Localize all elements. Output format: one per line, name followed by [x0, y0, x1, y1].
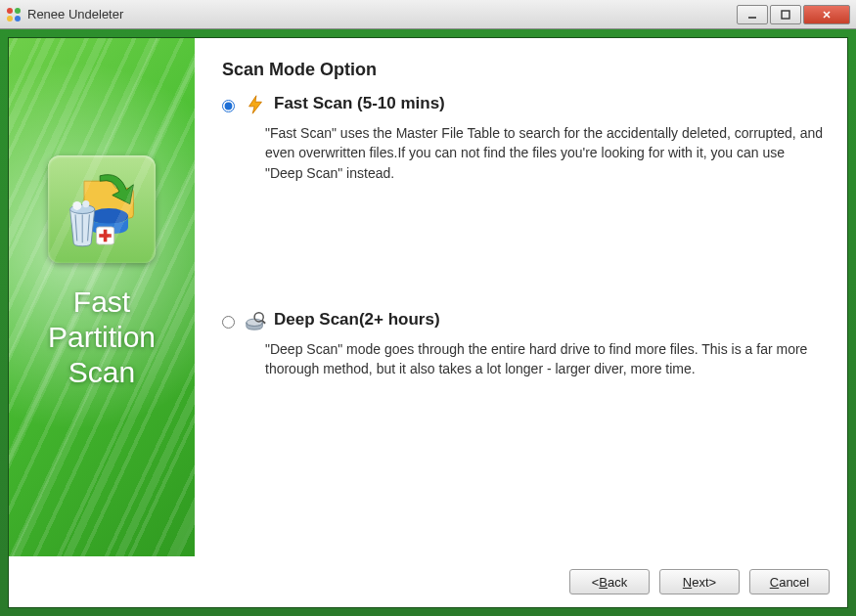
back-button[interactable]: <Back — [569, 569, 650, 594]
maximize-button[interactable] — [770, 5, 801, 24]
svg-point-9 — [70, 205, 95, 214]
radio-fast-scan[interactable] — [222, 100, 235, 112]
close-button[interactable] — [803, 5, 850, 24]
svg-rect-16 — [104, 230, 108, 242]
svg-rect-17 — [99, 234, 112, 238]
frame: Fast Partition Scan Scan Mode Option Fas… — [0, 29, 856, 616]
application-window: Renee Undeleter — [0, 0, 856, 616]
sidebar-title: Fast Partition Scan — [48, 285, 156, 390]
option-fast-scan-label: Fast Scan (5-10 mins) — [274, 94, 445, 113]
svg-point-3 — [15, 16, 21, 22]
main-area: Scan Mode Option Fast Scan (5-10 mins) "… — [195, 38, 847, 556]
svg-rect-15 — [97, 227, 114, 244]
window-title: Renee Undeleter — [27, 7, 735, 22]
page-heading: Scan Mode Option — [222, 60, 826, 80]
next-button[interactable]: Next> — [659, 569, 740, 594]
sidebar: Fast Partition Scan — [9, 38, 195, 556]
minimize-button[interactable] — [737, 5, 768, 24]
scan-graphic-icon — [48, 155, 156, 263]
option-deep-scan: Deep Scan(2+ hours) "Deep Scan" mode goe… — [222, 310, 826, 379]
svg-point-8 — [89, 208, 128, 224]
lightning-icon — [245, 94, 266, 115]
option-fast-scan-desc: "Fast Scan" uses the Master File Table t… — [244, 123, 826, 183]
option-deep-scan-row[interactable]: Deep Scan(2+ hours) — [222, 310, 826, 331]
app-icon — [6, 7, 22, 22]
option-deep-scan-desc: "Deep Scan" mode goes through the entire… — [244, 339, 826, 379]
svg-point-1 — [15, 8, 21, 14]
svg-point-0 — [7, 8, 13, 14]
svg-rect-5 — [782, 11, 789, 19]
titlebar[interactable]: Renee Undeleter — [0, 0, 856, 29]
svg-point-2 — [7, 16, 13, 22]
option-fast-scan: Fast Scan (5-10 mins) "Fast Scan" uses t… — [222, 94, 826, 183]
svg-point-13 — [72, 201, 81, 210]
svg-point-14 — [82, 200, 89, 207]
radio-deep-scan[interactable] — [222, 316, 235, 329]
svg-line-12 — [88, 214, 90, 241]
content-area: Fast Partition Scan Scan Mode Option Fas… — [9, 38, 847, 556]
cancel-button[interactable]: Cancel — [749, 569, 830, 594]
panel: Fast Partition Scan Scan Mode Option Fas… — [8, 37, 848, 608]
option-deep-scan-label: Deep Scan(2+ hours) — [274, 310, 440, 330]
option-fast-scan-row[interactable]: Fast Scan (5-10 mins) — [222, 94, 826, 115]
svg-line-10 — [75, 214, 77, 241]
window-controls — [735, 5, 850, 24]
harddrive-search-icon — [245, 310, 266, 331]
wizard-footer: <Back Next> Cancel — [9, 556, 847, 607]
